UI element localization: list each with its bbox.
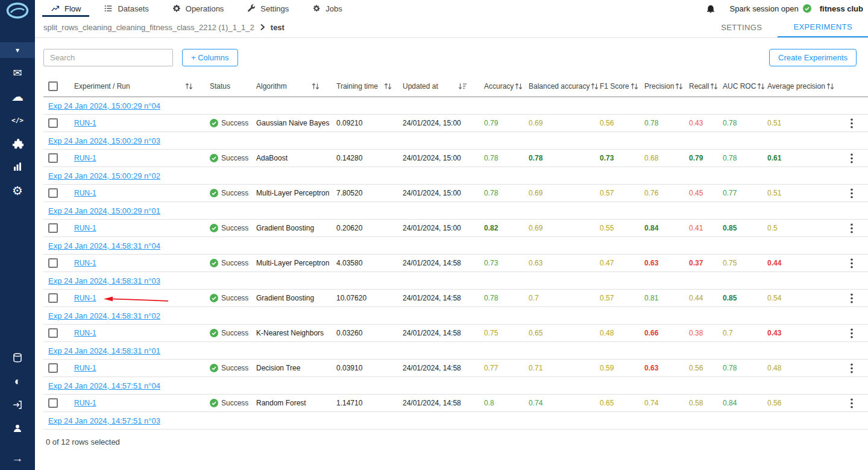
run-link[interactable]: RUN-1: [74, 399, 96, 407]
experiment-link[interactable]: Exp 24 Jan 2024, 14:57:51 n°03: [48, 416, 160, 425]
row-checkbox[interactable]: [48, 188, 58, 198]
nav-item-datasets[interactable]: Datasets: [95, 0, 157, 17]
tab-settings[interactable]: SETTINGS: [705, 17, 778, 37]
row-checkbox[interactable]: [48, 258, 58, 268]
metric-value: 0.7: [524, 294, 595, 302]
run-link[interactable]: RUN-1: [74, 224, 96, 232]
metric-value: 0.84: [718, 399, 763, 407]
metric-value: 0.5: [763, 224, 835, 232]
experiment-link[interactable]: Exp 24 Jan 2024, 14:58:31 n°04: [48, 241, 160, 250]
run-row: RUN-1SuccessAdaBoost0.1428024/01/2024, 1…: [43, 150, 868, 167]
notifications-bell-icon[interactable]: [706, 4, 715, 14]
run-link[interactable]: RUN-1: [74, 154, 96, 162]
sort-icon[interactable]: [675, 83, 683, 90]
sort-filter-icon[interactable]: [458, 83, 467, 90]
metric-value: 0.59: [595, 364, 640, 372]
cloud-icon[interactable]: ☁: [11, 90, 24, 103]
tab-experiments[interactable]: EXPERIMENTS: [778, 17, 868, 37]
sort-icon[interactable]: [312, 83, 319, 90]
breadcrumb-parent[interactable]: split_rows_cleaning_cleaning_fitness_cla…: [43, 23, 254, 32]
run-name-cell: RUN-1: [69, 259, 205, 267]
plugins-icon[interactable]: [11, 137, 24, 150]
kebab-menu-button[interactable]: [848, 222, 855, 235]
mail-icon[interactable]: ✉: [11, 66, 24, 80]
nav-item-flow[interactable]: Flow: [42, 0, 89, 17]
tab-bar: SETTINGS EXPERIMENTS: [705, 17, 868, 37]
row-checkbox[interactable]: [48, 153, 58, 163]
kebab-menu-button[interactable]: [848, 292, 855, 305]
success-check-icon: [210, 399, 218, 407]
row-checkbox-cell: [43, 223, 69, 233]
metric-value: 0.81: [640, 294, 684, 302]
experiment-link[interactable]: Exp 24 Jan 2024, 15:00:29 n°02: [48, 171, 160, 180]
row-checkbox-cell: [43, 153, 69, 163]
row-checkbox[interactable]: [48, 118, 58, 128]
metric-value: 0.37: [684, 259, 718, 267]
metric-value: 0.57: [595, 189, 640, 197]
metric-value: 0.78: [479, 189, 524, 197]
row-checkbox[interactable]: [48, 293, 58, 303]
kebab-menu-button[interactable]: [848, 327, 855, 340]
charts-icon[interactable]: [11, 160, 24, 174]
metric-value: 0.76: [640, 189, 684, 197]
experiment-link[interactable]: Exp 24 Jan 2024, 15:00:29 n°04: [48, 101, 160, 110]
training-time-value: 4.03580: [332, 259, 398, 267]
experiment-link[interactable]: Exp 24 Jan 2024, 14:58:31 n°02: [48, 311, 160, 320]
experiment-link[interactable]: Exp 24 Jan 2024, 15:00:29 n°03: [48, 136, 160, 145]
experiment-row: Exp 24 Jan 2024, 15:00:29 n°03: [43, 132, 868, 150]
kebab-menu-button[interactable]: [848, 397, 855, 410]
kebab-menu-button[interactable]: [848, 257, 855, 270]
sort-icon[interactable]: [384, 83, 392, 90]
kebab-menu-button[interactable]: [848, 117, 855, 130]
experiment-link[interactable]: Exp 24 Jan 2024, 15:00:29 n°01: [48, 206, 160, 215]
row-checkbox[interactable]: [48, 398, 58, 408]
experiment-link[interactable]: Exp 24 Jan 2024, 14:58:31 n°03: [48, 276, 160, 285]
logout-icon[interactable]: [11, 398, 24, 411]
column-header-auc-roc: AUC ROC: [718, 82, 763, 91]
run-link[interactable]: RUN-1: [74, 259, 96, 267]
run-link[interactable]: RUN-1: [74, 364, 96, 372]
sort-icon[interactable]: [185, 83, 193, 90]
success-check-icon: [210, 224, 218, 232]
experiment-link[interactable]: Exp 24 Jan 2024, 14:57:51 n°04: [48, 381, 160, 390]
run-link[interactable]: RUN-1: [74, 329, 96, 337]
sort-icon[interactable]: [515, 83, 523, 90]
success-check-icon: [210, 329, 218, 337]
kebab-menu-button[interactable]: [848, 187, 855, 200]
collapse-arrow-icon[interactable]: →: [11, 452, 24, 465]
sort-icon[interactable]: [826, 83, 834, 90]
run-link[interactable]: RUN-1: [74, 294, 96, 302]
experiment-link[interactable]: Exp 24 Jan 2024, 14:58:31 n°01: [48, 346, 160, 355]
row-checkbox[interactable]: [48, 223, 58, 233]
row-checkbox[interactable]: [48, 328, 58, 338]
code-icon[interactable]: </>: [11, 113, 24, 127]
kebab-menu-button[interactable]: [848, 152, 855, 165]
gear-icon[interactable]: ⚙: [11, 184, 24, 197]
nav-item-settings[interactable]: Settings: [238, 0, 297, 17]
column-header-precision: Precision: [640, 82, 684, 91]
main-content: + Columns Create Experiments Experiment …: [35, 38, 868, 470]
metric-value: 0.43: [684, 119, 718, 127]
nav-item-jobs[interactable]: Jobs: [303, 0, 350, 17]
run-link[interactable]: RUN-1: [74, 189, 96, 197]
columns-button[interactable]: + Columns: [182, 49, 238, 66]
run-link[interactable]: RUN-1: [74, 119, 96, 127]
nav-item-operations[interactable]: Operations: [163, 0, 233, 17]
sort-icon[interactable]: [710, 83, 718, 90]
kebab-menu-button[interactable]: [848, 362, 855, 375]
jobs-icon: [312, 4, 321, 13]
sort-icon[interactable]: [631, 83, 638, 90]
select-all-checkbox[interactable]: [48, 81, 58, 91]
contrast-icon[interactable]: ◐: [11, 375, 24, 388]
run-row: RUN-1SuccessGradient Boosting0.2062024/0…: [43, 220, 868, 237]
user-icon[interactable]: [11, 422, 24, 435]
app-logo[interactable]: [5, 1, 30, 19]
training-time-value: 10.07620: [332, 294, 398, 302]
row-checkbox-cell: [43, 118, 69, 128]
storage-icon[interactable]: [11, 351, 24, 364]
run-name-cell: RUN-1: [69, 224, 205, 232]
workspace-switcher[interactable]: ▾: [0, 42, 35, 58]
row-checkbox[interactable]: [48, 363, 58, 373]
create-experiments-button[interactable]: Create Experiments: [769, 49, 857, 66]
search-input[interactable]: [43, 49, 173, 66]
